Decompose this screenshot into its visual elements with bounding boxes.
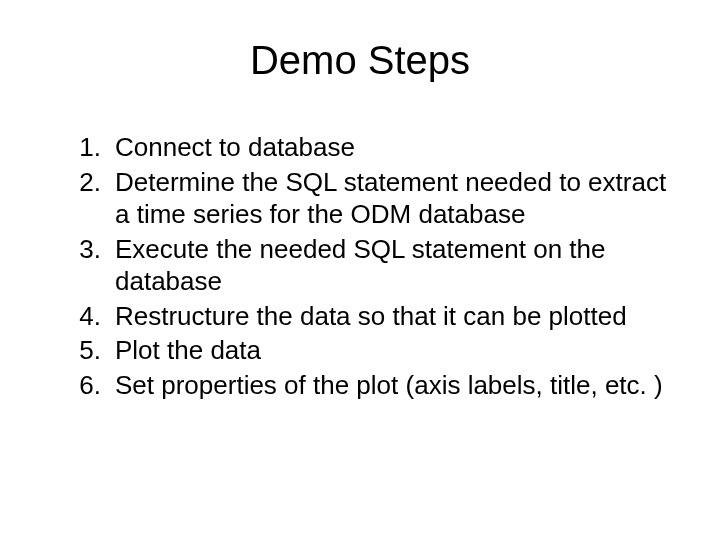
list-item: 5. Plot the data (115, 334, 670, 367)
list-item: 3. Execute the needed SQL statement on t… (115, 233, 670, 298)
steps-list: 1. Connect to database 2. Determine the … (50, 131, 670, 401)
list-item: 6. Set properties of the plot (axis labe… (115, 369, 670, 402)
item-text: Plot the data (115, 334, 670, 367)
slide-title: Demo Steps (50, 38, 670, 83)
item-number: 3. (69, 233, 101, 298)
list-item: 2. Determine the SQL statement needed to… (115, 166, 670, 231)
item-number: 5. (69, 334, 101, 367)
item-text: Set properties of the plot (axis labels,… (115, 369, 670, 402)
item-text: Determine the SQL statement needed to ex… (115, 166, 670, 231)
item-number: 6. (69, 369, 101, 402)
list-item: 1. Connect to database (115, 131, 670, 164)
item-number: 2. (69, 166, 101, 231)
item-number: 1. (69, 131, 101, 164)
list-item: 4. Restructure the data so that it can b… (115, 300, 670, 333)
item-number: 4. (69, 300, 101, 333)
item-text: Connect to database (115, 131, 670, 164)
item-text: Restructure the data so that it can be p… (115, 300, 670, 333)
item-text: Execute the needed SQL statement on the … (115, 233, 670, 298)
